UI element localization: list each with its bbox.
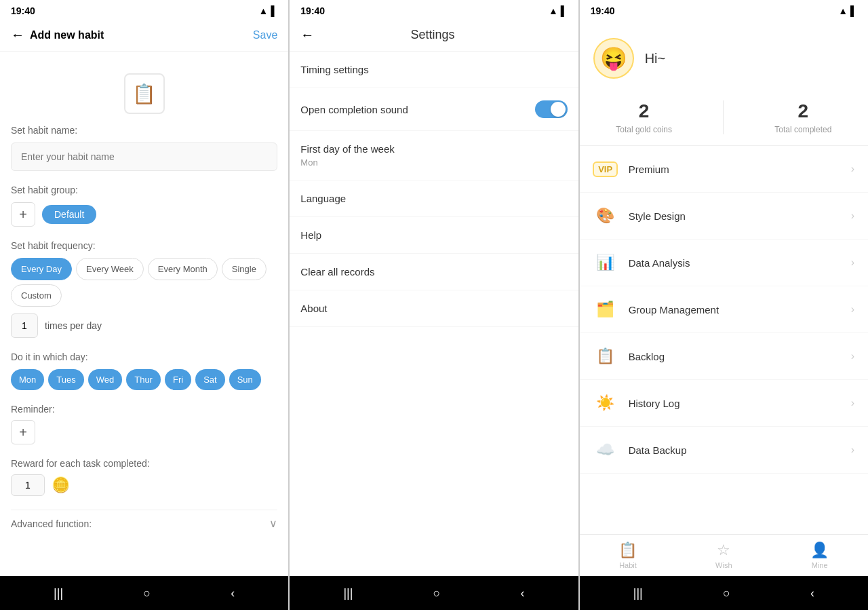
- advanced-section[interactable]: Advanced function: ∨: [11, 510, 277, 537]
- data-analysis-label: Data Analysis: [629, 257, 840, 269]
- status-bar-3: 19:40 ▲ ▌: [580, 0, 868, 22]
- menu-data-analysis[interactable]: 📊 Data Analysis ›: [580, 240, 868, 286]
- about-label: About: [300, 303, 327, 314]
- freq-tab-custom[interactable]: Custom: [11, 284, 62, 307]
- first-day-content: First day of the week Mon: [300, 143, 394, 168]
- bottom-tab-bar: 📋 Habit ☆ Wish 👤 Mine: [580, 534, 868, 576]
- save-button[interactable]: Save: [253, 29, 277, 41]
- reminder-section: Reminder: +: [11, 404, 277, 444]
- bottom-nav-1: ||| ○ ‹: [0, 576, 288, 610]
- reward-value[interactable]: 1: [11, 474, 45, 496]
- day-wed[interactable]: Wed: [88, 369, 123, 390]
- gesture-menu-1[interactable]: |||: [54, 586, 63, 601]
- settings-timing[interactable]: Timing settings: [290, 52, 578, 88]
- nav-left-1: ← Add new habit: [11, 27, 104, 43]
- habit-name-input[interactable]: [11, 142, 277, 171]
- reward-label: Reward for each task completed:: [11, 458, 277, 469]
- day-chips: Mon Tues Wed Thur Fri Sat Sun: [11, 369, 277, 390]
- bottom-nav-3: ||| ○ ‹: [580, 576, 868, 610]
- day-tues[interactable]: Tues: [48, 369, 83, 390]
- days-label: Do it in which day:: [11, 351, 277, 362]
- habit-icon-area: 📋: [11, 62, 277, 125]
- data-backup-icon: ☁️: [593, 438, 618, 462]
- data-analysis-icon: 📊: [593, 250, 618, 275]
- gesture-home-2[interactable]: ○: [433, 586, 441, 601]
- habit-icon[interactable]: 📋: [124, 73, 165, 114]
- habit-group-section: Set habit group: + Default: [11, 185, 277, 227]
- settings-list: Timing settings Open completion sound Fi…: [290, 52, 578, 576]
- habit-name-label: Set habit name:: [11, 125, 277, 136]
- tab-habit[interactable]: 📋 Habit: [618, 541, 637, 569]
- gesture-menu-2[interactable]: |||: [343, 586, 353, 601]
- gesture-menu-3[interactable]: |||: [633, 586, 643, 601]
- settings-help[interactable]: Help: [290, 217, 578, 254]
- day-sat[interactable]: Sat: [195, 369, 225, 390]
- history-log-icon: ☀️: [593, 391, 618, 415]
- freq-tab-everymonth[interactable]: Every Month: [148, 258, 218, 280]
- gesture-back-2[interactable]: ‹: [521, 586, 525, 601]
- status-bar-1: 19:40 ▲ ▌: [0, 0, 288, 22]
- day-thur[interactable]: Thur: [126, 369, 161, 390]
- menu-data-backup[interactable]: ☁️ Data Backup ›: [580, 427, 868, 474]
- settings-completion-sound[interactable]: Open completion sound: [290, 88, 578, 131]
- gold-coins-value: 2: [616, 100, 672, 122]
- settings-back-arrow[interactable]: ←: [300, 27, 314, 43]
- settings-first-day[interactable]: First day of the week Mon: [290, 131, 578, 180]
- top-nav-1: ← Add new habit Save: [0, 22, 288, 52]
- premium-label: Premium: [629, 164, 840, 175]
- settings-about[interactable]: About: [290, 290, 578, 327]
- menu-group-management[interactable]: 🗂️ Group Management ›: [580, 286, 868, 333]
- timing-label: Timing settings: [300, 64, 368, 75]
- menu-history-log[interactable]: ☀️ History Log ›: [580, 380, 868, 427]
- freq-tab-single[interactable]: Single: [222, 258, 267, 280]
- wifi-icon: ▲: [259, 5, 269, 16]
- tab-mine[interactable]: 👤 Mine: [810, 541, 829, 569]
- completion-sound-toggle[interactable]: [535, 100, 568, 118]
- chevron-right-icon-7: ›: [851, 444, 854, 456]
- completed-value: 2: [774, 100, 831, 122]
- gesture-home-3[interactable]: ○: [723, 586, 730, 601]
- menu-backlog[interactable]: 📋 Backlog ›: [580, 333, 868, 380]
- day-mon[interactable]: Mon: [11, 369, 44, 390]
- signal-icon: ▌: [271, 5, 277, 16]
- coin-icon: 🪙: [52, 476, 70, 494]
- freq-tab-everyweek[interactable]: Every Week: [76, 258, 144, 280]
- frequency-tabs: Every Day Every Week Every Month Single …: [11, 258, 277, 307]
- gesture-back-1[interactable]: ‹: [231, 586, 235, 601]
- day-fri[interactable]: Fri: [165, 369, 191, 390]
- profile-header: 😝 Hi~: [580, 22, 868, 90]
- add-reminder-button[interactable]: +: [11, 420, 35, 444]
- settings-language[interactable]: Language: [290, 180, 578, 217]
- signal-icon-2: ▌: [561, 5, 568, 16]
- help-label: Help: [300, 229, 321, 241]
- menu-premium[interactable]: VIP Premium ›: [580, 146, 868, 193]
- times-label: times per day: [45, 320, 102, 331]
- style-design-icon: 🎨: [593, 204, 618, 228]
- times-row: 1 times per day: [11, 313, 277, 338]
- advanced-label: Advanced function:: [11, 518, 92, 529]
- chevron-right-icon: ›: [851, 163, 854, 175]
- avatar: 😝: [593, 38, 634, 79]
- add-group-button[interactable]: +: [11, 202, 35, 227]
- bottom-nav-2: ||| ○ ‹: [290, 576, 578, 610]
- stat-completed: 2 Total completed: [774, 100, 831, 134]
- reward-row: 1 🪙: [11, 474, 277, 496]
- tab-wish[interactable]: ☆ Wish: [715, 541, 732, 569]
- habit-tab-icon: 📋: [618, 541, 637, 559]
- time-1: 19:40: [11, 5, 35, 16]
- status-icons-2: ▲ ▌: [549, 5, 568, 16]
- gesture-back-3[interactable]: ‹: [810, 586, 814, 601]
- language-label: Language: [300, 193, 346, 204]
- day-sun[interactable]: Sun: [229, 369, 261, 390]
- settings-nav: ← Settings: [290, 22, 578, 52]
- times-value[interactable]: 1: [11, 313, 38, 338]
- gesture-home-1[interactable]: ○: [143, 586, 151, 601]
- freq-tab-everyday[interactable]: Every Day: [11, 258, 72, 280]
- group-management-label: Group Management: [629, 304, 840, 316]
- data-backup-label: Data Backup: [629, 444, 840, 456]
- back-arrow-1[interactable]: ←: [11, 27, 24, 43]
- group-management-icon: 🗂️: [593, 297, 618, 322]
- settings-clear-records[interactable]: Clear all records: [290, 254, 578, 290]
- menu-style-design[interactable]: 🎨 Style Design ›: [580, 193, 868, 240]
- default-group-tag[interactable]: Default: [42, 205, 96, 224]
